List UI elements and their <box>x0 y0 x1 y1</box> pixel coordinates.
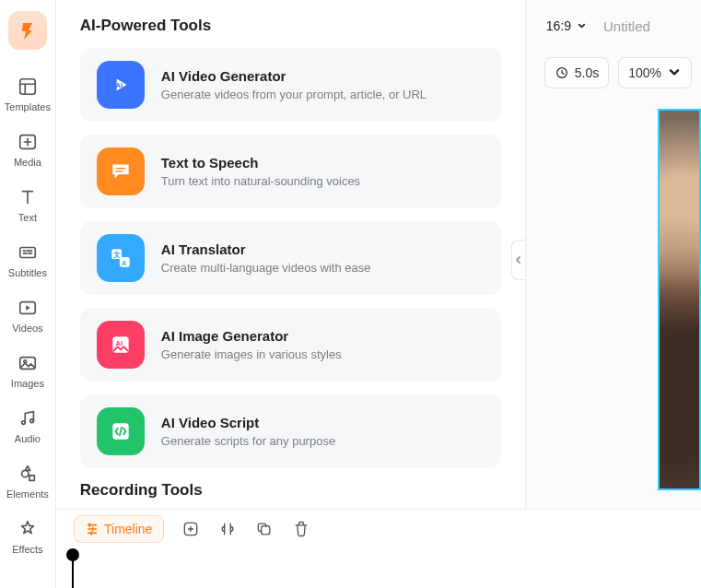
timeline-label: Timeline <box>104 522 152 536</box>
sidebar-item-label: Elements <box>6 488 49 500</box>
duration-label: 5.0s <box>575 65 599 80</box>
sidebar-item-label: Videos <box>12 323 42 334</box>
tool-ai-image-generator[interactable]: AI AI Image Generator Generate images in… <box>80 308 501 382</box>
sidebar-item-effects[interactable]: Effects <box>12 518 42 555</box>
timeline-bar: Timeline <box>57 509 701 588</box>
chevron-down-icon <box>667 65 682 80</box>
sidebar-item-label: Audio <box>15 433 41 444</box>
tool-ai-video-script[interactable]: AI Video Script Generate scripts for any… <box>80 394 501 468</box>
svg-text:AI: AI <box>115 339 123 347</box>
sidebar-item-elements[interactable]: Elements <box>6 463 49 500</box>
playhead[interactable] <box>66 548 79 561</box>
ai-translator-icon: 文A <box>97 234 145 282</box>
plus-square-icon <box>181 520 200 538</box>
tool-ai-video-generator[interactable]: AI AI Video Generator Generate videos fr… <box>80 48 501 122</box>
sidebar-item-templates[interactable]: Templates <box>5 76 51 112</box>
tool-title: Text to Speech <box>161 155 360 171</box>
tool-desc: Generate images in various styles <box>161 347 342 361</box>
chevron-left-icon <box>514 255 523 265</box>
sidebar-item-label: Effects <box>12 544 42 555</box>
duration-control[interactable]: 5.0s <box>544 57 609 88</box>
svg-point-6 <box>21 421 25 425</box>
subtitles-icon <box>17 241 39 264</box>
zoom-label: 100% <box>628 65 661 80</box>
svg-point-7 <box>30 419 34 423</box>
svg-rect-0 <box>20 79 36 95</box>
zoom-control[interactable]: 100% <box>618 57 692 88</box>
images-icon <box>17 352 39 374</box>
tool-ai-translator[interactable]: 文A AI Translator Create multi-language v… <box>80 221 501 295</box>
media-icon <box>17 131 39 153</box>
copy-icon <box>255 520 274 538</box>
chevron-down-icon <box>577 21 587 31</box>
svg-text:AI: AI <box>115 81 123 89</box>
tool-desc: Generate scripts for any purpose <box>161 434 335 448</box>
tool-title: AI Video Generator <box>161 68 426 84</box>
text-icon <box>17 186 39 208</box>
timeline-icon <box>86 523 99 535</box>
audio-icon <box>17 407 39 429</box>
section-title-ai: AI-Powered Tools <box>80 17 501 35</box>
sidebar-item-label: Subtitles <box>8 267 47 278</box>
canvas-preview[interactable] <box>658 109 701 490</box>
trash-icon <box>292 520 310 538</box>
sidebar-item-label: Images <box>11 378 44 389</box>
templates-icon <box>17 76 39 98</box>
split-clip-button[interactable] <box>217 519 238 539</box>
add-clip-button[interactable] <box>181 519 201 539</box>
sidebar-item-videos[interactable]: Videos <box>12 297 42 334</box>
svg-rect-2 <box>20 248 36 258</box>
tool-title: AI Translator <box>161 241 371 257</box>
sidebar-item-media[interactable]: Media <box>14 131 41 168</box>
aspect-ratio-selector[interactable]: 16:9 <box>546 18 587 33</box>
effects-icon <box>17 518 39 540</box>
tool-text-to-speech[interactable]: Text to Speech Turn text into natural-so… <box>80 135 501 208</box>
sidebar-item-images[interactable]: Images <box>11 352 44 389</box>
svg-text:A: A <box>122 259 127 267</box>
delete-clip-button[interactable] <box>291 519 311 539</box>
duplicate-clip-button[interactable] <box>254 519 275 539</box>
split-icon <box>218 520 237 538</box>
ai-video-generator-icon: AI <box>97 61 145 109</box>
timeline-ruler[interactable] <box>57 548 701 588</box>
sidebar-item-label: Media <box>14 157 41 168</box>
timeline-button[interactable]: Timeline <box>74 515 164 543</box>
svg-point-5 <box>24 360 27 363</box>
tools-panel: AI-Powered Tools AI AI Video Generator G… <box>56 0 525 588</box>
aspect-ratio-label: 16:9 <box>546 18 571 33</box>
sidebar-item-text[interactable]: Text <box>17 186 39 223</box>
tool-desc: Create multi-language videos with ease <box>161 261 371 275</box>
sidebar-item-label: Templates <box>5 101 51 112</box>
clock-icon <box>555 65 569 80</box>
sidebar-item-audio[interactable]: Audio <box>15 407 41 444</box>
text-to-speech-icon <box>97 147 145 195</box>
elements-icon <box>17 463 39 485</box>
ai-image-generator-icon: AI <box>97 321 145 369</box>
tool-desc: Turn text into natural-sounding voices <box>161 174 360 188</box>
tool-title: AI Video Script <box>161 415 335 430</box>
sidebar-item-label: Text <box>18 212 37 223</box>
svg-text:文: 文 <box>112 251 121 259</box>
app-logo <box>8 11 47 50</box>
project-title[interactable]: Untitled <box>603 18 650 34</box>
preview-pane: 16:9 Untitled 5.0s 100% <box>525 0 701 588</box>
collapse-panel-button[interactable] <box>511 240 525 280</box>
sidebar: Templates Media Text Subtitles Videos Im… <box>0 0 56 588</box>
tool-title: AI Image Generator <box>161 328 342 344</box>
section-title-recording: Recording Tools <box>80 481 501 500</box>
sidebar-item-subtitles[interactable]: Subtitles <box>8 241 47 278</box>
ai-video-script-icon <box>97 407 145 455</box>
tool-desc: Generate videos from your prompt, articl… <box>161 88 426 101</box>
videos-icon <box>17 297 39 319</box>
svg-rect-4 <box>20 358 36 370</box>
svg-rect-18 <box>262 526 270 535</box>
